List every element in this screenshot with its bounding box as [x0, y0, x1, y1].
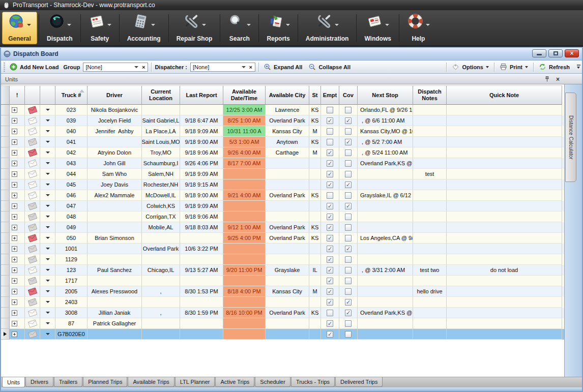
- row-indicator[interactable]: [1, 222, 10, 233]
- tab-available-trips[interactable]: Available Trips: [128, 377, 174, 387]
- dispatcher-combobox[interactable]: [None] ×: [190, 63, 255, 72]
- ribbon-item-dispatch[interactable]: Dispatch: [41, 12, 79, 44]
- expand-row-button[interactable]: [12, 235, 17, 241]
- column-header-dd[interactable]: [40, 85, 55, 105]
- toolbar-overflow-button[interactable]: [575, 62, 581, 72]
- row-dropdown-button[interactable]: [40, 179, 55, 190]
- covered-checkbox[interactable]: [345, 214, 352, 220]
- row-indicator[interactable]: [1, 190, 10, 201]
- row-dropdown-button[interactable]: [40, 212, 55, 222]
- grid-row-123[interactable]: 123Paul SanchezChicago,IL9/13 5:27 AM9/2…: [1, 265, 564, 276]
- row-dropdown-button[interactable]: [40, 169, 55, 179]
- chevron-down-icon[interactable]: [134, 66, 138, 68]
- row-dropdown-button[interactable]: [40, 297, 55, 308]
- row-dropdown-button[interactable]: [40, 201, 55, 212]
- empty-checkbox[interactable]: [327, 203, 333, 209]
- empty-checkbox[interactable]: [327, 171, 333, 177]
- covered-checkbox[interactable]: [345, 139, 352, 145]
- empty-checkbox[interactable]: [327, 139, 333, 145]
- row-dropdown-button[interactable]: [40, 233, 55, 244]
- empty-checkbox[interactable]: [327, 149, 333, 156]
- column-header-qnote[interactable]: Quick Note: [447, 85, 562, 105]
- expand-row-button[interactable]: [12, 289, 17, 294]
- ribbon-item-safety[interactable]: Safety: [82, 12, 118, 44]
- empty-checkbox[interactable]: [327, 267, 333, 274]
- empty-checkbox[interactable]: [327, 107, 333, 113]
- expand-row-button[interactable]: [12, 225, 17, 230]
- clear-icon[interactable]: ×: [247, 64, 255, 70]
- row-dropdown-button[interactable]: [40, 265, 55, 276]
- column-header-icon[interactable]: [25, 85, 40, 105]
- ribbon-item-help[interactable]: Help: [401, 12, 436, 44]
- empty-checkbox[interactable]: [327, 278, 333, 284]
- empty-checkbox[interactable]: [327, 235, 333, 242]
- covered-checkbox[interactable]: [345, 310, 352, 316]
- tab-units[interactable]: Units: [2, 377, 25, 387]
- row-indicator[interactable]: [1, 137, 10, 147]
- grid-row-050[interactable]: 050Brian Simonson9/25 4:00 PMOverland Pa…: [1, 233, 564, 244]
- covered-checkbox[interactable]: [345, 117, 352, 124]
- ribbon-item-general[interactable]: General: [2, 12, 37, 44]
- tab-scheduler[interactable]: Scheduler: [255, 377, 290, 387]
- empty-checkbox[interactable]: [327, 310, 333, 316]
- row-dropdown-button[interactable]: [40, 115, 55, 126]
- expand-row-button[interactable]: [12, 214, 17, 220]
- ribbon-item-repair-shop[interactable]: Repair Shop: [170, 12, 219, 44]
- row-indicator[interactable]: [1, 158, 10, 169]
- covered-checkbox[interactable]: [345, 278, 352, 284]
- covered-checkbox[interactable]: [345, 331, 352, 338]
- column-header-excl[interactable]: !: [10, 85, 25, 105]
- column-header-loc[interactable]: Current Location: [142, 85, 180, 105]
- expand-row-button[interactable]: [12, 321, 17, 326]
- ribbon-item-administration[interactable]: Administration: [300, 12, 355, 44]
- row-dropdown-button[interactable]: [40, 158, 55, 169]
- expand-row-button[interactable]: [12, 118, 17, 124]
- covered-checkbox[interactable]: [345, 107, 352, 113]
- expand-row-button[interactable]: [12, 171, 17, 177]
- column-header-next[interactable]: Next Stop: [358, 85, 413, 105]
- empty-checkbox[interactable]: [327, 214, 333, 220]
- covered-checkbox[interactable]: [345, 203, 352, 209]
- row-dropdown-button[interactable]: [40, 276, 55, 286]
- row-indicator[interactable]: [1, 276, 10, 286]
- grid-row-041[interactable]: 041Saint Louis,MO9/18 9:00 AM5/3 1:00 AM…: [1, 137, 564, 147]
- row-indicator[interactable]: [1, 329, 10, 340]
- row-dropdown-button[interactable]: [40, 126, 55, 137]
- add-new-load-button[interactable]: Add New Load: [8, 62, 60, 72]
- row-indicator[interactable]: [1, 126, 10, 137]
- restore-button[interactable]: [548, 49, 563, 57]
- options-button[interactable]: Options: [450, 62, 490, 72]
- grid-row-043[interactable]: 043John GillSchaumburg,I9/26 4:06 PM8/17…: [1, 158, 564, 169]
- close-panel-icon[interactable]: ×: [556, 76, 560, 82]
- close-button[interactable]: ×: [565, 49, 579, 57]
- empty-checkbox[interactable]: [327, 160, 333, 167]
- grid-row-87[interactable]: 87Patrick Gallagher: [1, 318, 564, 329]
- empty-checkbox[interactable]: [327, 192, 333, 199]
- covered-checkbox[interactable]: [345, 288, 352, 295]
- empty-checkbox[interactable]: [327, 246, 333, 252]
- ribbon-item-accounting[interactable]: Accounting: [121, 12, 167, 44]
- expand-row-button[interactable]: [12, 161, 17, 166]
- ribbon-item-reports[interactable]: Reports: [260, 12, 296, 44]
- tab-drivers[interactable]: Drivers: [25, 377, 53, 387]
- expand-row-button[interactable]: [12, 310, 17, 316]
- grid-row-1717[interactable]: 1717: [1, 276, 564, 286]
- tab-trucks-trips[interactable]: Trucks - Trips: [291, 377, 335, 387]
- expand-row-button[interactable]: [12, 107, 17, 113]
- collapse-all-button[interactable]: Collapse All: [307, 62, 352, 72]
- row-dropdown-button[interactable]: [40, 137, 55, 147]
- grid-row-046[interactable]: 046Alex2 MammaleMcDowell,IL9/18 9:00 AM9…: [1, 190, 564, 201]
- column-header-report[interactable]: Last Report: [180, 85, 223, 105]
- expand-row-button[interactable]: [12, 203, 17, 209]
- expand-row-button[interactable]: [12, 246, 17, 252]
- column-header-city[interactable]: Available City: [266, 85, 309, 105]
- grid-row-1001[interactable]: 1001Overland Park10/6 3:22 PM: [1, 244, 564, 254]
- row-dropdown-button[interactable]: [40, 147, 55, 158]
- group-combobox[interactable]: [None] ×: [83, 63, 148, 72]
- grid-row-040[interactable]: 040Jennifer AshbyLa Place,LA9/18 9:09 AM…: [1, 126, 564, 137]
- covered-checkbox[interactable]: [345, 299, 352, 306]
- tab-delivered-trips[interactable]: Delivered Trips: [335, 377, 383, 387]
- empty-checkbox[interactable]: [327, 117, 333, 124]
- column-header-dnote[interactable]: Dispatch Notes: [413, 85, 447, 105]
- grid-row-2005[interactable]: 2005Alexes Presswood,8/30 1:53 PM8/18 4:…: [1, 286, 564, 297]
